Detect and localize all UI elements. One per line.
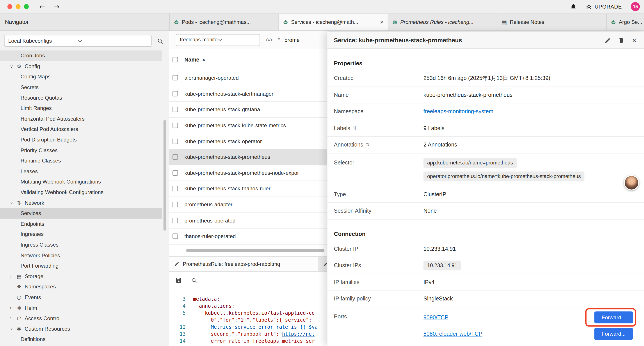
sidebar-item-secrets[interactable]: Secrets [0, 82, 162, 92]
sidebar-item-ingresses[interactable]: Ingresses [0, 229, 162, 240]
table-row[interactable]: kube-prometheus-stack-prometheus-node-ex… [169, 165, 327, 181]
table-row[interactable]: kube-prometheus-stack-kube-state-metrics [169, 118, 327, 133]
sidebar-item-config[interactable]: ∨⚙Config [0, 61, 162, 71]
sidebar-item-config-maps[interactable]: Config Maps [0, 71, 162, 82]
tab-release-notes[interactable]: ▤Release Notes [497, 13, 606, 30]
sidebar-item-cron-jobs[interactable]: Cron Jobs [0, 50, 162, 61]
namespace-link[interactable]: freeleaps-monitoring-system [424, 108, 494, 114]
port-link[interactable]: 9090/TCP [424, 314, 448, 320]
sidebar-item-network-policies[interactable]: Network Policies [0, 250, 162, 261]
table-row[interactable]: kube-prometheus-stack-operator [169, 134, 327, 149]
code-segment: kubectl.kubernetes.io/last-applied-co [193, 310, 315, 316]
dock-tab-partial[interactable] [318, 257, 328, 271]
row-checkbox[interactable] [172, 170, 178, 175]
row-checkbox[interactable] [172, 154, 178, 160]
value-text: 10.233.14.91 [424, 246, 456, 252]
sidebar-item-network[interactable]: ∨⇅Network [0, 198, 162, 208]
close-tab-icon[interactable]: × [379, 18, 384, 25]
upgrade-button[interactable]: UPGRADE [586, 3, 622, 10]
search-icon[interactable] [155, 37, 166, 44]
sidebar-item-label: Ingress Classes [20, 242, 58, 248]
row-checkbox[interactable] [172, 91, 178, 96]
table-row[interactable]: prometheus-operated [169, 213, 327, 228]
row-checkbox[interactable] [172, 75, 178, 80]
namespace-filter-dropdown[interactable]: freeleaps-monitoring-system [176, 34, 260, 46]
sidebar-item-horizontal-pod-autoscalers[interactable]: Horizontal Pod Autoscalers [0, 113, 162, 124]
sidebar-item-label: Events [24, 294, 41, 300]
sidebar-item-validating-webhook-configurations[interactable]: Validating Webhook Configurations [0, 187, 162, 198]
save-icon[interactable] [175, 277, 182, 284]
tab-prometheus-rules[interactable]: ☸Prometheus Rules - icecheng... [388, 13, 497, 30]
maximize-window-button[interactable] [24, 4, 29, 9]
user-avatar[interactable] [624, 175, 639, 190]
sidebar-item-label: Definitions [20, 336, 46, 342]
sort-toggle-icon[interactable]: ⇅ [366, 142, 369, 147]
tab-label: Argo Se... [619, 19, 644, 25]
close-icon[interactable]: × [632, 36, 636, 44]
regex-toggle[interactable]: .* [277, 37, 280, 43]
table-row[interactable]: kube-prometheus-stack-thanos-ruler [169, 181, 327, 197]
row-checkbox[interactable] [172, 218, 178, 223]
name-column-header[interactable]: Name [184, 56, 199, 63]
notification-count-badge[interactable]: 15 [631, 2, 640, 11]
row-checkbox[interactable] [172, 139, 178, 144]
edit-icon[interactable] [605, 37, 611, 43]
minimize-window-button[interactable] [16, 4, 20, 9]
table-row[interactable]: thanos-ruler-operated [169, 229, 327, 244]
sidebar-item-limit-ranges[interactable]: Limit Ranges [0, 103, 162, 113]
horizontal-scrollbar-thumb[interactable] [186, 249, 324, 252]
tab-bar: Navigator ☸Pods - icecheng@mathmas...☸Se… [0, 13, 644, 31]
sidebar-item-ingress-classes[interactable]: Ingress Classes [0, 240, 162, 250]
table-row[interactable]: kube-prometheus-stack-prometheus [169, 149, 327, 165]
sidebar-item-access-control[interactable]: ›☖Access Control [0, 313, 162, 324]
delete-icon[interactable] [618, 37, 624, 43]
search-icon[interactable] [191, 277, 197, 283]
port-row: 8080:reloader-web/TCPForward... [424, 328, 633, 340]
row-checkbox[interactable] [172, 234, 178, 239]
horizontal-scrollbar[interactable] [169, 249, 327, 252]
sidebar-item-endpoints[interactable]: Endpoints [0, 219, 162, 229]
yaml-editor[interactable]: 3metadata:4 annotations:5 kubectl.kubern… [169, 289, 327, 346]
notifications-bell-icon[interactable] [570, 3, 576, 10]
sidebar-item-storage[interactable]: ›▤Storage [0, 271, 162, 282]
sidebar-item-mutating-webhook-configurations[interactable]: Mutating Webhook Configurations [0, 177, 162, 187]
row-checkbox[interactable] [172, 202, 178, 207]
kubeconfig-selector[interactable]: Local Kubeconfigs [4, 35, 152, 47]
tab-services[interactable]: ☸Services - icecheng@math...× [279, 13, 388, 30]
sidebar-item-priority-classes[interactable]: Priority Classes [0, 145, 162, 155]
forward-icon[interactable]: → [54, 2, 60, 10]
table-row[interactable]: prometheus-adapter [169, 197, 327, 213]
select-all-checkbox[interactable] [172, 57, 178, 62]
row-checkbox[interactable] [172, 107, 178, 112]
tab-argo[interactable]: ☸Argo Se... [606, 13, 644, 30]
back-icon[interactable]: ← [40, 2, 45, 10]
sidebar-item-namespaces[interactable]: ❖Namespaces [0, 281, 162, 292]
match-case-toggle[interactable]: Aa [266, 37, 272, 43]
sidebar-item-pod-disruption-budgets[interactable]: Pod Disruption Budgets [0, 134, 162, 145]
forward-button[interactable]: Forward... [594, 311, 633, 323]
row-checkbox[interactable] [172, 123, 178, 128]
sidebar-item-helm[interactable]: ›☸Helm [0, 303, 162, 313]
sort-toggle-icon[interactable]: ⇅ [353, 125, 356, 131]
dock-tab-prometheusrule[interactable]: PrometheusRule: freeleaps-prod-rabbitmq [169, 257, 318, 271]
port-link[interactable]: 8080:reloader-web/TCP [424, 331, 482, 337]
table-row[interactable]: kube-prometheus-stack-alertmanager [169, 86, 327, 102]
search-query[interactable]: prome [284, 37, 300, 43]
sidebar-item-port-forwarding[interactable]: Port Forwarding [0, 261, 162, 271]
sidebar-scrollbar[interactable] [164, 120, 166, 231]
service-name: kube-prometheus-stack-operator [184, 138, 262, 144]
sidebar-item-services[interactable]: Services [0, 208, 162, 219]
sidebar-item-leases[interactable]: Leases [0, 166, 162, 177]
sidebar-item-definitions[interactable]: Definitions [0, 334, 162, 345]
row-checkbox[interactable] [172, 186, 178, 191]
table-row[interactable]: kube-prometheus-stack-grafana [169, 102, 327, 118]
table-row[interactable]: alertmanager-operated [169, 70, 327, 86]
sidebar-item-custom-resources[interactable]: ∨✱Custom Resources [0, 324, 162, 334]
close-window-button[interactable] [8, 4, 12, 9]
sidebar-item-vertical-pod-autoscalers[interactable]: Vertical Pod Autoscalers [0, 124, 162, 134]
forward-button[interactable]: Forward... [594, 328, 633, 340]
tab-pods[interactable]: ☸Pods - icecheng@mathmas... [170, 13, 279, 30]
sidebar-item-runtime-classes[interactable]: Runtime Classes [0, 155, 162, 166]
sidebar-item-events[interactable]: ◷Events [0, 292, 162, 303]
sidebar-item-resource-quotas[interactable]: Resource Quotas [0, 92, 162, 103]
